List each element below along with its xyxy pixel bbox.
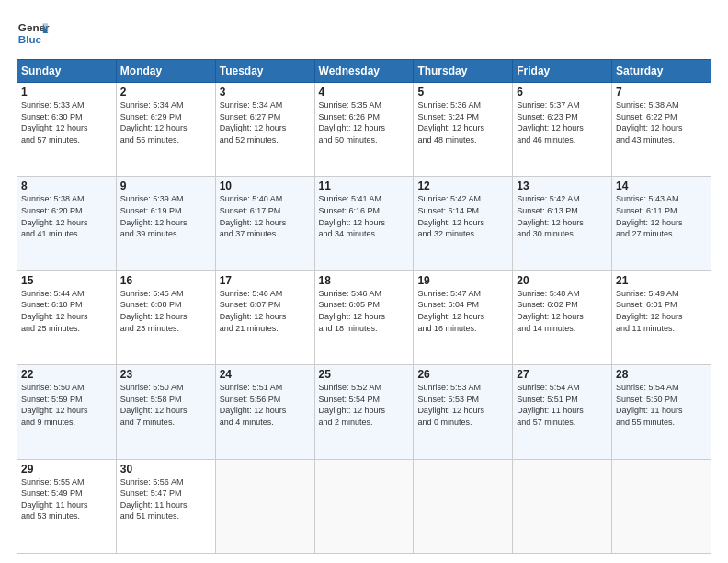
day-info: Sunrise: 5:50 AM Sunset: 5:58 PM Dayligh… (120, 382, 211, 428)
day-number: 20 (517, 274, 608, 287)
calendar-cell: 16Sunrise: 5:45 AM Sunset: 6:08 PM Dayli… (116, 270, 215, 364)
calendar-cell: 2Sunrise: 5:34 AM Sunset: 6:29 PM Daylig… (116, 83, 215, 177)
calendar-week-row: 29Sunrise: 5:55 AM Sunset: 5:49 PM Dayli… (17, 459, 711, 553)
calendar-cell: 14Sunrise: 5:43 AM Sunset: 6:11 PM Dayli… (612, 177, 711, 270)
weekday-header-row: SundayMondayTuesdayWednesdayThursdayFrid… (17, 60, 711, 83)
day-info: Sunrise: 5:48 AM Sunset: 6:02 PM Dayligh… (517, 288, 608, 334)
calendar-cell (612, 459, 711, 553)
day-number: 22 (21, 368, 112, 381)
calendar-cell (215, 459, 314, 553)
day-number: 30 (120, 463, 211, 476)
day-info: Sunrise: 5:41 AM Sunset: 6:16 PM Dayligh… (319, 193, 410, 239)
day-info: Sunrise: 5:51 AM Sunset: 5:56 PM Dayligh… (220, 382, 311, 428)
calendar-cell: 26Sunrise: 5:53 AM Sunset: 5:53 PM Dayli… (414, 365, 513, 459)
weekday-header-saturday: Saturday (612, 60, 711, 83)
day-number: 16 (120, 274, 211, 287)
weekday-header-tuesday: Tuesday (215, 60, 314, 83)
calendar-cell: 1Sunrise: 5:33 AM Sunset: 6:30 PM Daylig… (17, 83, 117, 177)
day-info: Sunrise: 5:49 AM Sunset: 6:01 PM Dayligh… (616, 288, 707, 334)
day-info: Sunrise: 5:53 AM Sunset: 5:53 PM Dayligh… (417, 382, 508, 428)
day-number: 13 (517, 179, 608, 192)
calendar-cell: 8Sunrise: 5:38 AM Sunset: 6:20 PM Daylig… (17, 177, 117, 270)
calendar-week-row: 15Sunrise: 5:44 AM Sunset: 6:10 PM Dayli… (17, 270, 711, 364)
day-info: Sunrise: 5:46 AM Sunset: 6:07 PM Dayligh… (220, 288, 311, 334)
day-info: Sunrise: 5:43 AM Sunset: 6:11 PM Dayligh… (616, 193, 707, 239)
calendar-cell: 13Sunrise: 5:42 AM Sunset: 6:13 PM Dayli… (513, 177, 612, 270)
day-number: 19 (417, 274, 508, 287)
day-info: Sunrise: 5:47 AM Sunset: 6:04 PM Dayligh… (417, 288, 508, 334)
weekday-header-wednesday: Wednesday (314, 60, 414, 83)
day-info: Sunrise: 5:39 AM Sunset: 6:19 PM Dayligh… (120, 193, 211, 239)
day-info: Sunrise: 5:54 AM Sunset: 5:51 PM Dayligh… (517, 382, 608, 428)
calendar-cell: 11Sunrise: 5:41 AM Sunset: 6:16 PM Dayli… (314, 177, 414, 270)
day-info: Sunrise: 5:56 AM Sunset: 5:47 PM Dayligh… (120, 477, 211, 523)
calendar-cell (314, 459, 414, 553)
calendar-cell: 7Sunrise: 5:38 AM Sunset: 6:22 PM Daylig… (612, 83, 711, 177)
calendar-cell: 18Sunrise: 5:46 AM Sunset: 6:05 PM Dayli… (314, 270, 414, 364)
day-number: 12 (417, 179, 508, 192)
day-info: Sunrise: 5:33 AM Sunset: 6:30 PM Dayligh… (21, 99, 112, 145)
day-info: Sunrise: 5:45 AM Sunset: 6:08 PM Dayligh… (120, 288, 211, 334)
day-info: Sunrise: 5:42 AM Sunset: 6:13 PM Dayligh… (517, 193, 608, 239)
day-info: Sunrise: 5:34 AM Sunset: 6:29 PM Dayligh… (120, 99, 211, 145)
day-number: 5 (417, 86, 508, 98)
calendar-cell (414, 459, 513, 553)
day-number: 23 (120, 368, 211, 381)
day-number: 14 (616, 179, 707, 192)
calendar-cell: 12Sunrise: 5:42 AM Sunset: 6:14 PM Dayli… (414, 177, 513, 270)
day-number: 15 (21, 274, 112, 287)
weekday-header-monday: Monday (116, 60, 215, 83)
day-info: Sunrise: 5:38 AM Sunset: 6:20 PM Dayligh… (21, 193, 112, 239)
day-info: Sunrise: 5:44 AM Sunset: 6:10 PM Dayligh… (21, 288, 112, 334)
day-number: 26 (417, 368, 508, 381)
day-number: 21 (616, 274, 707, 287)
logo: General Blue (17, 17, 50, 50)
day-number: 24 (220, 368, 311, 381)
day-info: Sunrise: 5:37 AM Sunset: 6:23 PM Dayligh… (517, 99, 608, 145)
day-number: 28 (616, 368, 707, 381)
day-info: Sunrise: 5:42 AM Sunset: 6:14 PM Dayligh… (417, 193, 508, 239)
calendar-cell (513, 459, 612, 553)
calendar-cell: 30Sunrise: 5:56 AM Sunset: 5:47 PM Dayli… (116, 459, 215, 553)
day-number: 9 (120, 179, 211, 192)
calendar-week-row: 22Sunrise: 5:50 AM Sunset: 5:59 PM Dayli… (17, 365, 711, 459)
day-info: Sunrise: 5:50 AM Sunset: 5:59 PM Dayligh… (21, 382, 112, 428)
calendar-cell: 3Sunrise: 5:34 AM Sunset: 6:27 PM Daylig… (215, 83, 314, 177)
day-number: 18 (319, 274, 410, 287)
day-number: 10 (220, 179, 311, 192)
calendar-week-row: 1Sunrise: 5:33 AM Sunset: 6:30 PM Daylig… (17, 83, 711, 177)
day-number: 2 (120, 86, 211, 98)
calendar-table: SundayMondayTuesdayWednesdayThursdayFrid… (17, 59, 711, 554)
day-number: 27 (517, 368, 608, 381)
day-info: Sunrise: 5:40 AM Sunset: 6:17 PM Dayligh… (220, 193, 311, 239)
day-number: 17 (220, 274, 311, 287)
day-number: 6 (517, 86, 608, 98)
weekday-header-thursday: Thursday (414, 60, 513, 83)
day-number: 25 (319, 368, 410, 381)
day-number: 7 (616, 86, 707, 98)
calendar-cell: 28Sunrise: 5:54 AM Sunset: 5:50 PM Dayli… (612, 365, 711, 459)
calendar-cell: 20Sunrise: 5:48 AM Sunset: 6:02 PM Dayli… (513, 270, 612, 364)
day-number: 29 (21, 463, 112, 476)
day-number: 11 (319, 179, 410, 192)
page-header: General Blue (17, 17, 711, 50)
calendar-week-row: 8Sunrise: 5:38 AM Sunset: 6:20 PM Daylig… (17, 177, 711, 270)
day-info: Sunrise: 5:46 AM Sunset: 6:05 PM Dayligh… (319, 288, 410, 334)
calendar-cell: 5Sunrise: 5:36 AM Sunset: 6:24 PM Daylig… (414, 83, 513, 177)
calendar-cell: 29Sunrise: 5:55 AM Sunset: 5:49 PM Dayli… (17, 459, 117, 553)
calendar-cell: 23Sunrise: 5:50 AM Sunset: 5:58 PM Dayli… (116, 365, 215, 459)
calendar-cell: 22Sunrise: 5:50 AM Sunset: 5:59 PM Dayli… (17, 365, 117, 459)
calendar-cell: 24Sunrise: 5:51 AM Sunset: 5:56 PM Dayli… (215, 365, 314, 459)
day-number: 4 (319, 86, 410, 98)
calendar-cell: 15Sunrise: 5:44 AM Sunset: 6:10 PM Dayli… (17, 270, 117, 364)
logo-icon: General Blue (17, 17, 50, 50)
day-number: 3 (220, 86, 311, 98)
day-info: Sunrise: 5:34 AM Sunset: 6:27 PM Dayligh… (220, 99, 311, 145)
calendar-cell: 21Sunrise: 5:49 AM Sunset: 6:01 PM Dayli… (612, 270, 711, 364)
day-info: Sunrise: 5:36 AM Sunset: 6:24 PM Dayligh… (417, 99, 508, 145)
calendar-cell: 17Sunrise: 5:46 AM Sunset: 6:07 PM Dayli… (215, 270, 314, 364)
day-number: 1 (21, 86, 112, 98)
calendar-cell: 10Sunrise: 5:40 AM Sunset: 6:17 PM Dayli… (215, 177, 314, 270)
calendar-cell: 9Sunrise: 5:39 AM Sunset: 6:19 PM Daylig… (116, 177, 215, 270)
day-number: 8 (21, 179, 112, 192)
